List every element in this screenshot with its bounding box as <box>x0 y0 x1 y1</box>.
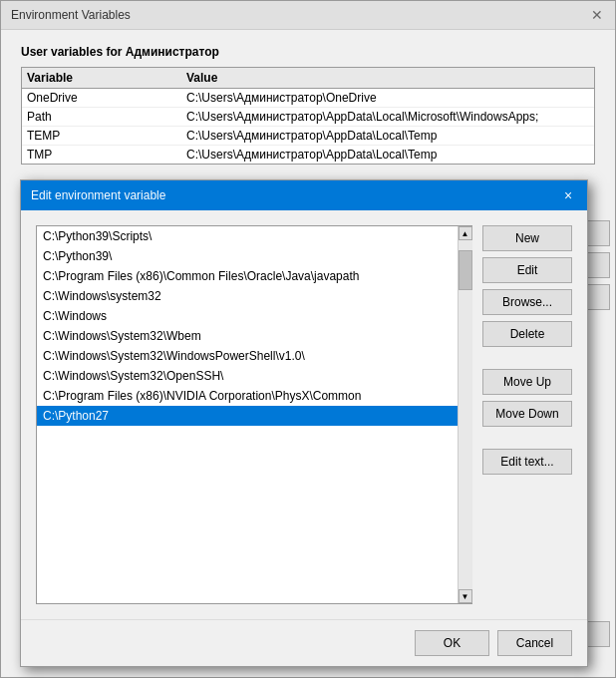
move-down-button[interactable]: Move Down <box>482 401 572 427</box>
user-vars-table: Variable Value OneDrive C:\Users\Админис… <box>21 67 595 165</box>
edit-dialog-close-button[interactable]: × <box>559 186 577 204</box>
path-item[interactable]: C:\Python39\ <box>37 246 458 266</box>
row-val: C:\Users\Администратор\OneDrive <box>186 91 589 105</box>
scroll-thumb[interactable] <box>459 250 472 290</box>
path-item[interactable]: C:\Windows\System32\OpenSSH\ <box>37 366 458 386</box>
env-vars-close-icon[interactable]: ✕ <box>589 7 605 23</box>
path-item[interactable]: C:\Windows\System32\Wbem <box>37 326 458 346</box>
btn-spacer <box>482 353 572 363</box>
row-val: C:\Users\Администратор\AppData\Local\Mic… <box>186 110 589 124</box>
path-item-selected[interactable]: C:\Python27 <box>37 406 458 426</box>
col-value-header: Value <box>186 71 589 85</box>
cancel-button[interactable]: Cancel <box>497 630 572 656</box>
browse-button[interactable]: Browse... <box>482 289 572 315</box>
env-vars-title: Environment Variables <box>11 8 131 22</box>
row-var: TEMP <box>27 129 186 143</box>
path-item[interactable]: C:\Windows\system32 <box>37 286 458 306</box>
table-row[interactable]: TMP C:\Users\Администратор\AppData\Local… <box>22 146 594 164</box>
table-row[interactable]: Path C:\Users\Администратор\AppData\Loca… <box>22 108 594 127</box>
path-item[interactable]: C:\Program Files (x86)\Common Files\Orac… <box>37 266 458 286</box>
env-vars-body: User variables for Администратор Variabl… <box>1 30 615 189</box>
edit-dialog-footer: OK Cancel <box>21 619 587 666</box>
edit-button[interactable]: Edit <box>482 257 572 283</box>
env-vars-titlebar: Environment Variables ✕ <box>1 1 615 30</box>
row-var: TMP <box>27 148 186 162</box>
path-item[interactable]: C:\Windows <box>37 306 458 326</box>
action-buttons-panel: New Edit Browse... Delete Move Up Move D… <box>482 225 572 604</box>
edit-dialog-title: Edit environment variable <box>31 188 165 202</box>
table-header: Variable Value <box>22 68 594 89</box>
table-row[interactable]: TEMP C:\Users\Администратор\AppData\Loca… <box>22 127 594 146</box>
path-list: C:\Python39\Scripts\ C:\Python39\ C:\Pro… <box>37 226 458 603</box>
move-up-button[interactable]: Move Up <box>482 369 572 395</box>
edit-env-dialog: Edit environment variable × C:\Python39\… <box>20 179 588 667</box>
col-variable-header: Variable <box>27 71 186 85</box>
path-item[interactable]: C:\Python39\Scripts\ <box>37 226 458 246</box>
table-row[interactable]: OneDrive C:\Users\Администратор\OneDrive <box>22 89 594 108</box>
ok-button[interactable]: OK <box>415 630 489 656</box>
path-item[interactable]: C:\Windows\System32\WindowsPowerShell\v1… <box>37 346 458 366</box>
scroll-track <box>459 240 472 589</box>
path-item[interactable]: C:\Program Files (x86)\NVIDIA Corporatio… <box>37 386 458 406</box>
row-val: C:\Users\Администратор\AppData\Local\Tem… <box>186 129 589 143</box>
btn-spacer-2 <box>482 433 572 443</box>
edit-dialog-body: C:\Python39\Scripts\ C:\Python39\ C:\Pro… <box>21 210 587 619</box>
edit-dialog-titlebar: Edit environment variable × <box>21 180 587 210</box>
row-var: OneDrive <box>27 91 186 105</box>
delete-button[interactable]: Delete <box>482 321 572 347</box>
scroll-up-btn[interactable]: ▲ <box>459 226 472 240</box>
row-val: C:\Users\Администратор\AppData\Local\Tem… <box>186 148 589 162</box>
edit-text-button[interactable]: Edit text... <box>482 449 572 475</box>
path-list-wrapper: C:\Python39\Scripts\ C:\Python39\ C:\Pro… <box>36 225 472 604</box>
user-section-label: User variables for Администратор <box>21 45 595 59</box>
row-var: Path <box>27 110 186 124</box>
scrollbar[interactable]: ▲ ▼ <box>458 226 471 603</box>
scroll-down-btn[interactable]: ▼ <box>459 589 472 603</box>
new-button[interactable]: New <box>482 225 572 251</box>
